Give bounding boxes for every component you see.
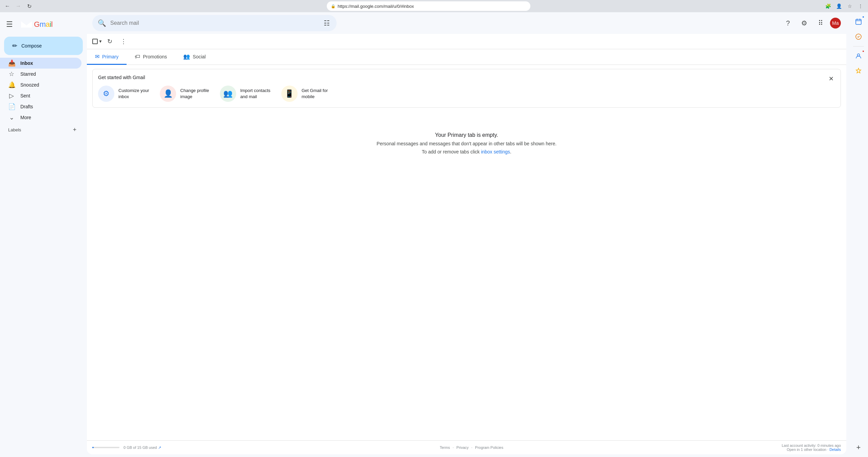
sidebar-item-sent-label: Sent <box>20 93 76 98</box>
browser-toolbar-right: 🧩 👤 ☆ ⋮ <box>823 1 865 11</box>
reload-button[interactable]: ↻ <box>24 1 34 11</box>
empty-state-cta-prefix: To add or remove tabs click <box>422 149 481 154</box>
app-container: ☰ Gmail ✏ Compose <box>0 12 868 457</box>
sidebar-item-inbox-label: Inbox <box>20 60 76 66</box>
tasks-button[interactable] <box>852 30 865 43</box>
sidebar: ☰ Gmail ✏ Compose <box>0 12 87 457</box>
keep-button[interactable] <box>852 64 865 78</box>
promotions-tab-icon: 🏷 <box>135 54 140 60</box>
terms-link[interactable]: Terms <box>440 445 450 450</box>
tab-primary[interactable]: ✉ Primary <box>87 49 127 65</box>
gs-profile-text: Change profile image <box>180 88 209 100</box>
gs-profile-line1: Change profile <box>180 88 209 94</box>
add-label-button[interactable]: + <box>71 126 79 134</box>
main-content: 🔍 ☷ ? ⚙ ⠿ Ma ▼ ↻ ⋮ ✉ Primary <box>87 12 846 454</box>
gs-import-text: Import contacts and mail <box>240 88 270 100</box>
select-all-container: ▼ <box>92 39 102 44</box>
gs-mobile-text: Get Gmail for mobile <box>302 88 328 100</box>
tab-promotions[interactable]: 🏷 Promotions <box>127 49 175 65</box>
forward-button[interactable]: → <box>14 1 23 11</box>
get-started-close-button[interactable]: ✕ <box>826 73 836 84</box>
primary-tab-icon: ✉ <box>95 53 99 60</box>
gs-item-import[interactable]: 👥 Import contacts and mail <box>220 86 270 102</box>
gs-item-profile[interactable]: 👤 Change profile image <box>160 86 209 102</box>
settings-button[interactable]: ⚙ <box>797 16 811 30</box>
customize-icon: ⚙ <box>98 86 114 102</box>
footer-dot-2: · <box>471 445 472 450</box>
profile-button[interactable]: 👤 <box>834 1 844 11</box>
more-tools-button[interactable]: ⋮ <box>856 1 865 11</box>
search-bar[interactable]: 🔍 ☷ <box>92 15 337 31</box>
sidebar-item-drafts[interactable]: 📄 Drafts <box>0 101 81 112</box>
gs-item-mobile[interactable]: 📱 Get Gmail for mobile <box>281 86 328 102</box>
labels-section-header: Labels + <box>0 123 87 135</box>
program-policies-link[interactable]: Program Policies <box>475 445 503 450</box>
sidebar-item-inbox[interactable]: 📥 Inbox <box>0 58 81 69</box>
search-filter-button[interactable]: ☷ <box>322 18 331 29</box>
sidebar-item-snoozed[interactable]: 🔔 Snoozed <box>0 79 81 90</box>
empty-state-cta-suffix: . <box>510 149 511 154</box>
privacy-link[interactable]: Privacy <box>456 445 469 450</box>
compose-label: Compose <box>21 43 42 49</box>
search-input[interactable] <box>110 20 318 26</box>
profile-icon: 👤 <box>160 86 176 102</box>
bookmark-button[interactable]: ☆ <box>845 1 854 11</box>
footer-left: 0 GB of 15 GB used ↗ <box>92 445 161 450</box>
open-location-text: Open in 1 other location · Details <box>782 447 841 452</box>
browser-nav-buttons: ← → ↻ <box>3 1 34 11</box>
storage-info-link[interactable]: ↗ <box>158 445 161 450</box>
gs-mobile-line1: Get Gmail for <box>302 88 328 94</box>
tab-promotions-label: Promotions <box>143 54 167 59</box>
inbox-icon: 📥 <box>8 59 15 67</box>
more-options-button[interactable]: ⋮ <box>117 35 130 48</box>
calendar-badge <box>862 16 865 18</box>
tabs-bar: ✉ Primary 🏷 Promotions 👥 Social <box>87 49 846 65</box>
tab-social-label: Social <box>193 54 206 59</box>
sidebar-toggle-button[interactable]: ☰ <box>3 18 16 31</box>
details-link[interactable]: Details <box>829 447 841 452</box>
sidebar-item-starred[interactable]: ☆ Starred <box>0 69 81 79</box>
calendar-button[interactable] <box>852 15 865 29</box>
sidebar-item-drafts-label: Drafts <box>20 104 76 109</box>
gs-import-line1: Import contacts <box>240 88 270 94</box>
sidebar-item-more[interactable]: ⌄ More <box>0 112 81 123</box>
snooze-icon: 🔔 <box>8 81 15 89</box>
footer-center: Terms · Privacy · Program Policies <box>440 445 503 450</box>
gs-customize-text: Customize your inbox <box>118 88 149 100</box>
add-icon: + <box>856 443 861 452</box>
gs-profile-line2: image <box>180 94 209 100</box>
contacts-button[interactable] <box>852 49 865 63</box>
sidebar-item-sent[interactable]: ▷ Sent <box>0 90 81 101</box>
sidebar-item-more-label: More <box>20 115 76 120</box>
inbox-settings-link[interactable]: inbox settings <box>481 149 510 154</box>
avatar[interactable]: Ma <box>830 18 841 29</box>
compose-button[interactable]: ✏ Compose <box>4 37 83 55</box>
empty-state-main-text: Your Primary tab is empty. <box>435 132 498 138</box>
extensions-button[interactable]: 🧩 <box>823 1 833 11</box>
storage-bar-fill <box>92 447 94 448</box>
select-all-checkbox[interactable] <box>92 39 98 44</box>
social-tab-icon: 👥 <box>183 53 190 60</box>
import-icon: 👥 <box>220 86 236 102</box>
footer-dot-1: · <box>453 445 454 450</box>
back-button[interactable]: ← <box>3 1 12 11</box>
apps-button[interactable]: ⠿ <box>814 16 827 30</box>
mobile-icon: 📱 <box>281 86 298 102</box>
select-dropdown-button[interactable]: ▼ <box>98 39 102 44</box>
footer-right: Last account activity: 0 minutes ago Ope… <box>782 443 841 452</box>
tab-social[interactable]: 👥 Social <box>175 49 214 65</box>
gs-customize-line2: inbox <box>118 94 149 100</box>
address-bar[interactable]: 🔒 https://mail.google.com/mail/u/0/#inbo… <box>327 1 530 11</box>
url-text: https://mail.google.com/mail/u/0/#inbox <box>338 4 414 9</box>
right-sidebar-divider <box>853 46 864 47</box>
empty-state: Your Primary tab is empty. Personal mess… <box>87 112 846 178</box>
gs-item-customize[interactable]: ⚙ Customize your inbox <box>98 86 149 102</box>
browser-chrome: ← → ↻ 🔒 https://mail.google.com/mail/u/0… <box>0 0 868 12</box>
header-right: ? ⚙ ⠿ Ma <box>781 16 841 30</box>
add-sidebar-app-button[interactable]: + <box>852 441 865 454</box>
gs-customize-line1: Customize your <box>118 88 149 94</box>
help-button[interactable]: ? <box>781 16 795 30</box>
open-in-text: Open in 1 other location · <box>787 447 829 452</box>
tab-primary-label: Primary <box>102 54 118 59</box>
refresh-button[interactable]: ↻ <box>104 35 116 48</box>
